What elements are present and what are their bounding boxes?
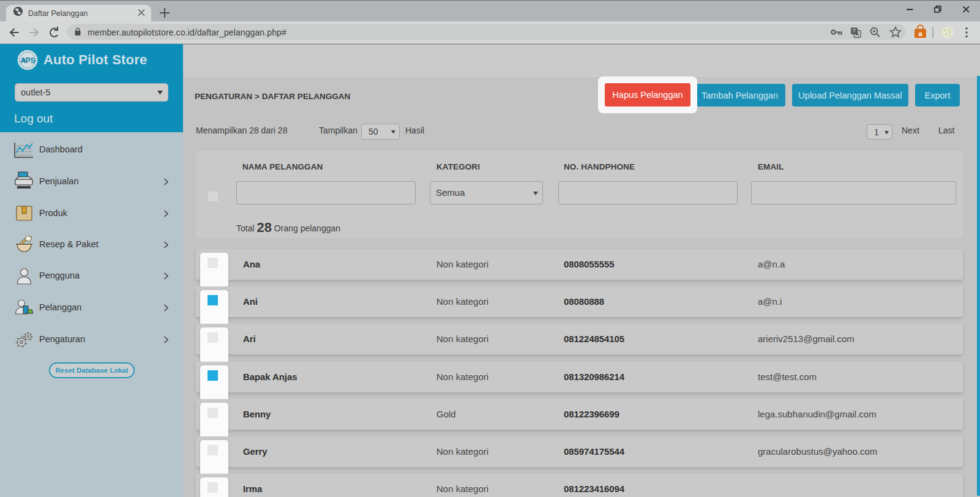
svg-text:APS: APS: [20, 56, 36, 65]
svg-text:a: a: [918, 30, 922, 37]
